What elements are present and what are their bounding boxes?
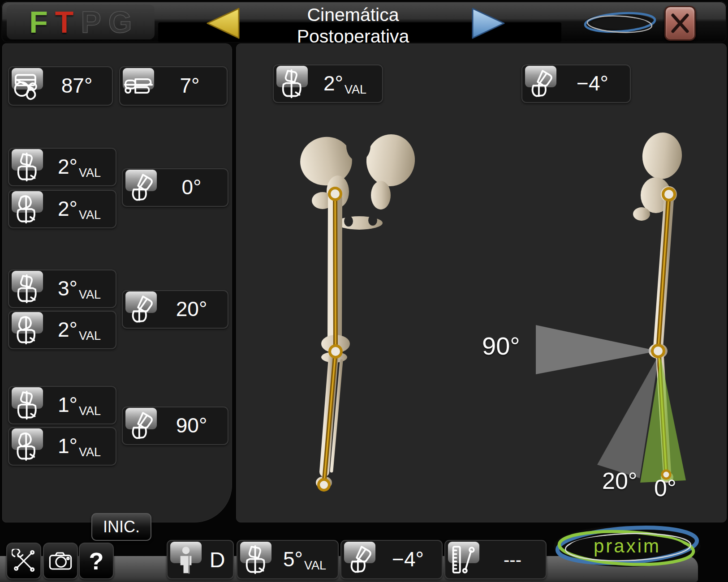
- flexion-20-label: 20°: [602, 467, 638, 494]
- logo-letter-t: T: [55, 7, 74, 37]
- status-varus-valgus-readout[interactable]: 5°VAL: [237, 540, 339, 579]
- measure-frontal-alignment-button[interactable]: 2°VAL: [8, 148, 116, 186]
- measure-frontal-alignment-button[interactable]: 1°VAL: [8, 386, 116, 424]
- knee-lateral-flexed-icon: [125, 409, 157, 442]
- init-button[interactable]: INIC.: [91, 513, 151, 541]
- knee-lateral-flexed-icon: [125, 293, 157, 326]
- knee-lateral-flexed-icon: [125, 171, 157, 204]
- knee-frontal-rotated-icon: [12, 193, 43, 226]
- knee-frontal-rotated-icon: [12, 313, 43, 347]
- praxim-wordmark: praxim: [594, 535, 661, 556]
- knee-frontal-icon: [240, 543, 271, 576]
- side-label: D: [210, 548, 225, 572]
- lateral-flexion-readout[interactable]: −4°: [521, 64, 631, 103]
- person-icon: [170, 543, 202, 576]
- measure-frontal-alignment-button[interactable]: 3°VAL: [8, 270, 116, 308]
- prev-arrow-icon: [207, 9, 239, 38]
- app-window: F T P G Cinemática Postoperativa: [0, 0, 728, 582]
- measure-hip-angle-button[interactable]: 87°: [8, 66, 113, 106]
- flexion-90-label: 90°: [482, 331, 520, 360]
- previous-step-button[interactable]: [203, 6, 241, 41]
- knee-frontal-rotated-icon: [12, 430, 43, 463]
- frontal-skeleton: [297, 131, 418, 489]
- patient-side-button[interactable]: D: [167, 540, 234, 579]
- knee-frontal-icon: [276, 67, 308, 100]
- flexion-90-wedge: [536, 325, 658, 374]
- help-button[interactable]: ?: [79, 543, 114, 579]
- frontal-valgus-readout[interactable]: 2°VAL: [273, 64, 383, 103]
- knee-frontal-icon: [12, 150, 43, 184]
- ftpg-logo: F T P G: [7, 4, 155, 39]
- ruler-icon: [448, 543, 479, 576]
- measure-knee-lateral-button[interactable]: 7°: [119, 66, 228, 106]
- next-arrow-icon: [473, 9, 504, 38]
- knee-frontal-icon: [12, 389, 43, 422]
- logo-letter-f: F: [29, 7, 48, 37]
- measure-flexion-button[interactable]: 20°: [122, 290, 228, 329]
- knee-lateral-flexed-icon: [525, 67, 556, 100]
- hip-frontal-icon: [12, 69, 43, 103]
- measure-frontal-alignment-button[interactable]: 2°VAL: [8, 190, 116, 228]
- knee-frontal-icon: [12, 272, 43, 305]
- close-icon: [670, 12, 690, 34]
- status-distance-readout[interactable]: ---: [444, 540, 547, 579]
- page-title: Cinemática Postoperativa: [252, 2, 454, 43]
- skeleton-render: [237, 44, 726, 522]
- settings-button[interactable]: [6, 543, 41, 579]
- measure-flexion-button[interactable]: 0°: [122, 168, 228, 207]
- logo-letter-g: G: [108, 7, 132, 37]
- measurements-panel: 87° 7° 2°VAL 2°VAL 0° 3°VAL: [2, 43, 232, 522]
- praxim-logo: praxim: [551, 523, 703, 569]
- camera-icon: [48, 549, 73, 573]
- measure-flexion-button[interactable]: 90°: [122, 407, 228, 445]
- knee-lateral-flexed-icon: [344, 543, 375, 576]
- measure-value: 87°: [61, 74, 93, 97]
- tools-icon: [12, 549, 36, 573]
- extension-0-label: 0°: [654, 475, 676, 501]
- help-icon: ?: [89, 547, 104, 575]
- next-step-button[interactable]: [470, 6, 508, 41]
- measure-frontal-alignment-button[interactable]: 1°VAL: [8, 427, 116, 466]
- status-flexion-readout[interactable]: −4°: [340, 540, 443, 579]
- screenshot-button[interactable]: [43, 543, 78, 579]
- vendor-logo: [582, 10, 658, 36]
- measure-frontal-alignment-button[interactable]: 2°VAL: [8, 311, 116, 349]
- page-title-line1: Cinemática: [252, 4, 454, 26]
- title-bar: F T P G Cinemática Postoperativa: [1, 1, 727, 43]
- kinematics-view: 2°VAL −4° 90° 20° 0°: [236, 43, 727, 522]
- logo-letter-p: P: [81, 7, 101, 37]
- knee-lateral-icon: [123, 69, 154, 103]
- close-button[interactable]: [664, 6, 696, 41]
